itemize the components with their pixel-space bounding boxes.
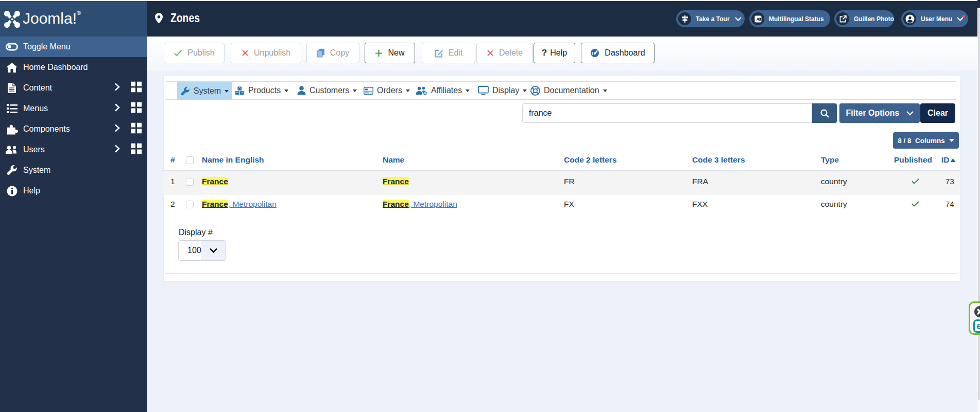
svg-text:z: z: [759, 17, 760, 21]
